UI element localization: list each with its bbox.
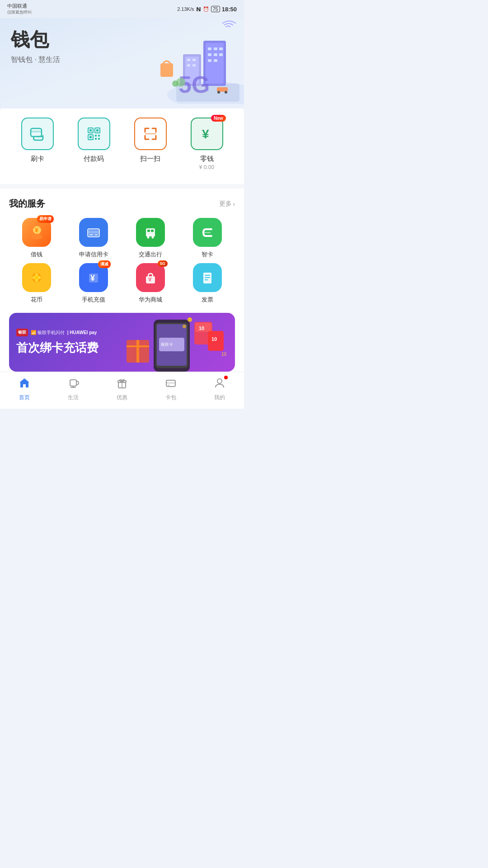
nav-life[interactable]: 生活 bbox=[60, 377, 87, 401]
svg-rect-16 bbox=[187, 64, 190, 66]
jiequan-label: 借钱 bbox=[31, 250, 42, 259]
service-hwshop[interactable]: 5G V 华为商城 bbox=[123, 263, 178, 304]
service-huabi[interactable]: 花币 bbox=[9, 263, 64, 304]
svg-text:10: 10 bbox=[211, 336, 217, 342]
mine-notification-dot bbox=[224, 376, 228, 379]
offers-icon bbox=[116, 377, 128, 392]
svg-rect-49 bbox=[151, 230, 154, 232]
service-zhika[interactable]: 智卡 bbox=[180, 218, 235, 259]
services-more-label: 更多 bbox=[219, 200, 232, 208]
huabi-label: 花币 bbox=[31, 296, 42, 304]
svg-point-57 bbox=[38, 276, 41, 279]
quick-actions: 刷卡 付款码 bbox=[9, 118, 235, 170]
svg-text:V: V bbox=[149, 277, 152, 282]
chevron-right-icon: › bbox=[233, 200, 235, 208]
fapiao-label: 发票 bbox=[202, 296, 213, 304]
mobile-icon: 满减 ¥ bbox=[79, 263, 108, 292]
emergency-label: 仅限紧急呼叫 bbox=[7, 9, 32, 15]
svg-rect-7 bbox=[208, 53, 211, 56]
lingqian-balance: ¥ 0.00 bbox=[199, 164, 214, 170]
hero-section: 钱包 智钱包 · 慧生活 bbox=[0, 18, 244, 108]
banner-title: 首次绑卡充话费 bbox=[16, 340, 99, 356]
svg-rect-33 bbox=[89, 136, 92, 138]
action-scan[interactable]: 扫一扫 bbox=[122, 118, 178, 163]
nav-offers[interactable]: 优惠 bbox=[108, 377, 136, 401]
svg-text:10: 10 bbox=[199, 326, 204, 331]
credit-label: 申请信用卡 bbox=[79, 250, 108, 259]
svg-rect-48 bbox=[147, 230, 150, 232]
paycode-icon-wrap bbox=[78, 118, 110, 150]
svg-rect-5 bbox=[214, 47, 217, 50]
svg-point-83 bbox=[183, 325, 186, 328]
svg-rect-15 bbox=[192, 59, 196, 61]
services-more-button[interactable]: 更多 › bbox=[219, 200, 235, 208]
alarm-icon: ⏰ bbox=[203, 6, 209, 12]
service-jiequan[interactable]: 易申请 ¥ 借钱 bbox=[9, 218, 64, 259]
jiequan-badge: 易申请 bbox=[37, 215, 54, 223]
section-divider-1 bbox=[0, 184, 244, 189]
svg-rect-4 bbox=[208, 47, 211, 50]
svg-point-58 bbox=[35, 279, 38, 282]
svg-rect-50 bbox=[146, 235, 155, 236]
services-grid: 易申请 ¥ 借钱 bbox=[9, 218, 235, 304]
svg-text:¥: ¥ bbox=[202, 127, 209, 141]
nav-mine[interactable]: 我的 bbox=[206, 377, 233, 401]
fapiao-icon bbox=[193, 263, 222, 292]
main-content: 刷卡 付款码 bbox=[0, 104, 244, 372]
action-shuaka[interactable]: 刷卡 bbox=[9, 118, 66, 163]
svg-text:¥: ¥ bbox=[90, 274, 95, 283]
time-display: 18:50 bbox=[222, 6, 237, 13]
new-badge: New bbox=[211, 115, 226, 122]
action-lingqian[interactable]: New ¥ 零钱 ¥ 0.00 bbox=[178, 118, 235, 170]
carrier-info: 中国联通 仅限紧急呼叫 bbox=[7, 3, 32, 15]
svg-text:银联卡: 银联卡 bbox=[160, 342, 173, 347]
cards-icon bbox=[164, 377, 177, 392]
unionpay-logo: 银联 bbox=[16, 329, 28, 336]
action-paycode[interactable]: 付款码 bbox=[66, 118, 122, 163]
svg-point-94 bbox=[217, 379, 222, 383]
svg-rect-6 bbox=[219, 47, 223, 50]
svg-rect-31 bbox=[96, 129, 99, 132]
svg-rect-29 bbox=[89, 129, 92, 132]
svg-rect-44 bbox=[88, 231, 99, 233]
service-fapiao[interactable]: 发票 bbox=[180, 263, 235, 304]
nav-home[interactable]: 首页 bbox=[11, 377, 38, 401]
svg-point-20 bbox=[172, 80, 178, 87]
banner-left: 银联 📶 银联手机闪付 | HUAWEI pay 首次绑卡充话费 bbox=[16, 329, 99, 356]
mobile-nfc-label: 📶 银联手机闪付 bbox=[31, 330, 65, 336]
svg-point-56 bbox=[35, 274, 38, 277]
hwshop-badge: 5G bbox=[158, 260, 168, 267]
nav-cards-label: 卡包 bbox=[165, 394, 176, 401]
svg-text:10: 10 bbox=[221, 352, 227, 357]
svg-text:¥: ¥ bbox=[35, 226, 38, 234]
svg-point-52 bbox=[152, 236, 154, 239]
promo-banner[interactable]: 银联 📶 银联手机闪付 | HUAWEI pay 首次绑卡充话费 10 10 bbox=[9, 313, 235, 372]
credit-icon bbox=[79, 218, 108, 247]
transport-icon bbox=[136, 218, 165, 247]
hero-illustration: 5G bbox=[140, 18, 244, 104]
svg-point-60 bbox=[35, 276, 38, 279]
lingqian-icon-wrap: New ¥ bbox=[191, 118, 223, 150]
scan-icon-wrap bbox=[134, 118, 167, 150]
jiequan-icon: 易申请 ¥ bbox=[22, 218, 51, 247]
svg-point-82 bbox=[188, 317, 192, 322]
huabi-icon bbox=[22, 263, 51, 292]
svg-rect-46 bbox=[95, 234, 98, 236]
zhika-icon bbox=[193, 218, 222, 247]
status-bar: 中国联通 仅限紧急呼叫 2.13K/s 𝗡 ⏰ 75 18:50 bbox=[0, 0, 244, 18]
paycode-label: 付款码 bbox=[84, 155, 104, 163]
svg-rect-36 bbox=[95, 138, 97, 140]
my-services-section: 我的服务 更多 › 易申请 ¥ 借钱 bbox=[9, 189, 235, 304]
shuaka-label: 刷卡 bbox=[31, 155, 44, 163]
mine-icon bbox=[213, 377, 226, 392]
service-credit[interactable]: 申请信用卡 bbox=[66, 218, 121, 259]
service-mobile[interactable]: 满减 ¥ 手机充值 bbox=[66, 263, 121, 304]
services-title: 我的服务 bbox=[9, 198, 45, 210]
zhika-label: 智卡 bbox=[202, 250, 213, 259]
svg-rect-14 bbox=[187, 59, 190, 61]
svg-rect-11 bbox=[214, 59, 217, 62]
status-right: 2.13K/s 𝗡 ⏰ 75 18:50 bbox=[177, 6, 237, 13]
nav-cards[interactable]: 卡包 bbox=[157, 377, 184, 401]
service-transport[interactable]: 交通出行 bbox=[123, 218, 178, 259]
svg-rect-81 bbox=[136, 340, 139, 363]
